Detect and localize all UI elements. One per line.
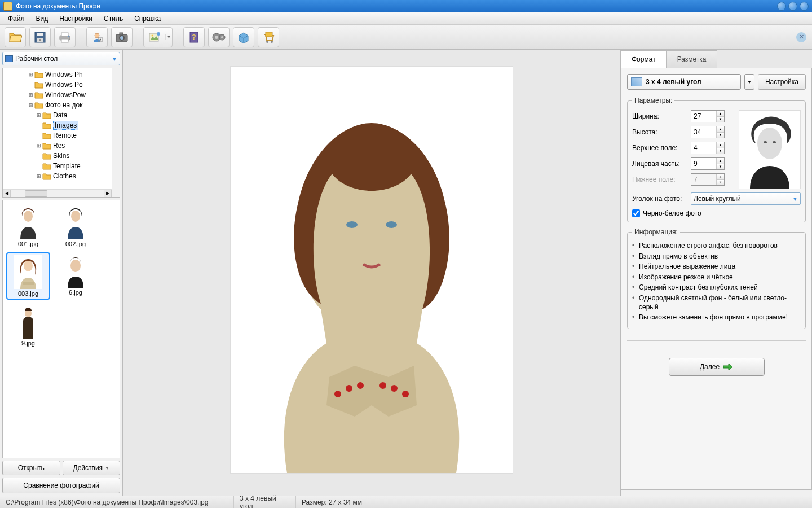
effects-button[interactable]: ▼: [143, 27, 173, 47]
thumbnail-item[interactable]: 002.jpg: [54, 204, 98, 249]
close-button[interactable]: [800, 2, 809, 11]
tree-item[interactable]: Windows Po: [4, 80, 118, 90]
camera-button[interactable]: [111, 27, 133, 47]
tree-item[interactable]: Template: [4, 161, 118, 171]
top-spinner[interactable]: 4▲▼: [691, 142, 725, 154]
video-button[interactable]: [208, 27, 230, 47]
svg-point-25: [266, 41, 268, 43]
location-combo[interactable]: Рабочий стол ▼: [2, 52, 120, 65]
tree-item[interactable]: ⊞Windows Ph: [4, 69, 118, 80]
face-detect-button[interactable]: [86, 27, 108, 47]
svg-point-39: [402, 391, 409, 397]
open-folder-button[interactable]: [5, 27, 26, 47]
svg-point-29: [24, 260, 33, 271]
minimize-button[interactable]: [777, 2, 786, 11]
tree-item[interactable]: Remote: [4, 130, 118, 141]
scroll-right-icon[interactable]: ▶: [104, 190, 112, 198]
menu-help[interactable]: Справка: [130, 14, 165, 24]
right-panel: Формат Разметка 3 x 4 левый угол ▼ Настр…: [620, 50, 812, 496]
svg-point-14: [120, 36, 123, 40]
open-button[interactable]: Открыть: [2, 461, 60, 475]
svg-point-38: [391, 385, 398, 392]
tree-item[interactable]: ⊞Data: [4, 110, 118, 120]
thumbnail-item[interactable]: 001.jpg: [6, 204, 50, 249]
tree-hscroll[interactable]: ◀ ▶: [3, 189, 112, 197]
svg-point-16: [152, 34, 153, 36]
tree-item[interactable]: Images: [4, 120, 118, 130]
svg-point-3: [39, 39, 41, 41]
info-item: Взгляд прямо в объектив: [632, 252, 801, 261]
svg-text:?: ?: [192, 33, 196, 41]
bottom-label: Нижнее поле:: [632, 176, 687, 183]
help2-button[interactable]: ?: [183, 27, 205, 47]
svg-point-26: [271, 41, 273, 43]
bw-checkbox[interactable]: Черно-белое фото: [632, 209, 801, 217]
info-item: Однородный светлый фон - белый или светл…: [632, 294, 801, 312]
info-group: Информация: Расположение строго анфас, б…: [627, 228, 806, 329]
thumbnail-item[interactable]: 003.jpg: [6, 252, 50, 300]
tab-layout[interactable]: Разметка: [667, 50, 717, 68]
menu-file[interactable]: Файл: [3, 14, 29, 24]
preset-combo[interactable]: 3 x 4 левый угол: [627, 74, 741, 90]
next-button[interactable]: Далее: [669, 358, 765, 376]
photo-canvas[interactable]: [231, 67, 513, 473]
height-label: Высота:: [632, 128, 687, 136]
svg-point-28: [71, 211, 80, 222]
canvas-area: [123, 50, 620, 496]
svg-point-17: [157, 32, 160, 36]
menu-style[interactable]: Стиль: [99, 14, 127, 24]
svg-rect-1: [37, 33, 43, 36]
face-label: Лицевая часть:: [632, 160, 687, 168]
info-item: Вы сможете заменить фон прямо в программ…: [632, 313, 801, 322]
compare-button[interactable]: Сравнение фотографий: [2, 478, 120, 493]
actions-button[interactable]: Действия▼: [63, 461, 121, 475]
face-spinner[interactable]: 9▲▼: [691, 157, 725, 170]
svg-point-41: [764, 141, 767, 143]
tree-item[interactable]: ⊞Res: [4, 141, 118, 151]
tree-item[interactable]: ⊞WindowsPow: [4, 90, 118, 100]
location-label: Рабочий стол: [15, 55, 58, 63]
thumbnails: 001.jpg002.jpg003.jpg6.jpg9.jpg: [2, 200, 120, 458]
scroll-left-icon[interactable]: ◀: [3, 190, 11, 198]
maximize-button[interactable]: [788, 2, 797, 11]
svg-point-10: [100, 38, 102, 40]
tree-item[interactable]: Skins: [4, 151, 118, 161]
close-panel-icon[interactable]: ✕: [796, 32, 806, 42]
tree-vscroll[interactable]: [112, 68, 120, 189]
thumbnail-item[interactable]: 9.jpg: [6, 303, 50, 348]
tree-item[interactable]: ⊞Clothes: [4, 171, 118, 181]
svg-point-21: [215, 36, 218, 39]
height-spinner[interactable]: 34▲▼: [691, 126, 725, 138]
preview-thumbnail: [739, 110, 801, 189]
svg-point-32: [346, 221, 358, 228]
scroll-thumb[interactable]: [25, 190, 47, 197]
print-button[interactable]: [54, 27, 76, 47]
status-preset: 3 x 4 левый угол: [234, 496, 296, 508]
tab-format[interactable]: Формат: [621, 50, 667, 68]
svg-point-23: [221, 36, 223, 38]
tree-item[interactable]: ⊟Фото на док: [4, 100, 118, 110]
width-spinner[interactable]: 27▲▼: [691, 110, 725, 122]
preset-label: 3 x 4 левый угол: [646, 78, 701, 86]
info-item: Нейтральное выражение лица: [632, 262, 801, 271]
save-button[interactable]: [29, 27, 51, 47]
params-legend: Параметры:: [632, 97, 674, 104]
cart-button[interactable]: [258, 27, 279, 47]
menubar: Файл Вид Настройки Стиль Справка: [0, 12, 812, 25]
folder-tree[interactable]: ⊞Windows PhWindows Po⊞WindowsPow⊟Фото на…: [2, 68, 120, 198]
thumbnail-item[interactable]: 6.jpg: [54, 252, 98, 300]
settings-button[interactable]: Настройка: [758, 74, 806, 90]
svg-point-27: [24, 211, 33, 222]
titlebar: Фото на документы Профи: [0, 0, 812, 12]
svg-point-30: [70, 260, 81, 272]
toolbar: ▼ ? ✕: [0, 25, 812, 50]
effects-dropdown[interactable]: ▼: [165, 34, 172, 40]
preset-icon: [631, 77, 642, 86]
menu-settings[interactable]: Настройки: [55, 14, 97, 24]
svg-rect-6: [61, 39, 68, 42]
info-item: Средний контраст без глубоких теней: [632, 283, 801, 292]
corner-combo[interactable]: Левый круглый▼: [691, 192, 801, 205]
package-button[interactable]: [233, 27, 254, 47]
menu-view[interactable]: Вид: [32, 14, 53, 24]
preset-dropdown[interactable]: ▼: [744, 74, 754, 90]
